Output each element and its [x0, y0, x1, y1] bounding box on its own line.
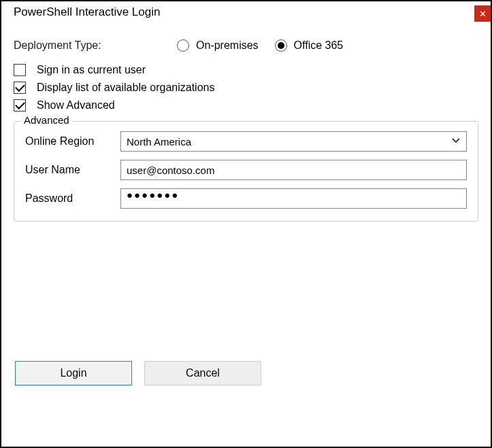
deployment-type-label: Deployment Type: [14, 39, 177, 52]
password-input[interactable]: ●●●●●●● [120, 188, 467, 209]
radio-office-365-label: Office 365 [294, 39, 344, 52]
deployment-type-row: Deployment Type: On-premises Office 365 [14, 39, 478, 52]
checkbox-row-list-orgs: Display list of available organizations [14, 82, 478, 94]
username-input[interactable] [120, 160, 467, 180]
online-region-label: Online Region [25, 135, 120, 148]
window-title: PowerShell Interactive Login [14, 5, 160, 19]
checkbox-list-orgs-label: Display list of available organizations [37, 82, 214, 94]
checkbox-show-advanced-label: Show Advanced [37, 99, 115, 111]
button-row: Login Cancel [15, 361, 261, 385]
password-label: Password [25, 192, 120, 205]
checkbox-row-show-advanced: Show Advanced [14, 99, 478, 111]
close-icon: ✕ [479, 10, 487, 18]
online-region-select[interactable]: North America [120, 131, 467, 152]
chevron-down-icon [451, 136, 461, 148]
login-button[interactable]: Login [15, 361, 132, 385]
radio-office-365[interactable] [275, 39, 287, 52]
username-row: User Name [25, 160, 467, 180]
deployment-radio-group: On-premises Office 365 [177, 39, 352, 52]
username-label: User Name [25, 164, 120, 176]
close-button[interactable]: ✕ [474, 5, 491, 22]
password-row: Password ●●●●●●● [25, 188, 467, 209]
checkbox-list-orgs[interactable] [14, 82, 26, 94]
cancel-button[interactable]: Cancel [144, 361, 261, 385]
checkbox-current-user[interactable] [14, 64, 26, 76]
advanced-legend: Advanced [21, 114, 72, 126]
online-region-row: Online Region North America [25, 131, 467, 152]
content-area: Deployment Type: On-premises Office 365 … [1, 24, 491, 234]
radio-on-premises[interactable] [177, 39, 189, 52]
titlebar: PowerShell Interactive Login ✕ [1, 1, 491, 24]
checkbox-show-advanced[interactable] [14, 99, 26, 111]
radio-on-premises-label: On-premises [196, 39, 259, 52]
checkbox-row-current-user: Sign in as current user [14, 64, 478, 76]
checkbox-current-user-label: Sign in as current user [37, 64, 146, 76]
online-region-value: North America [127, 136, 191, 148]
advanced-fieldset: Advanced Online Region North America Use… [14, 121, 478, 222]
login-window: PowerShell Interactive Login ✕ Deploymen… [0, 0, 492, 448]
